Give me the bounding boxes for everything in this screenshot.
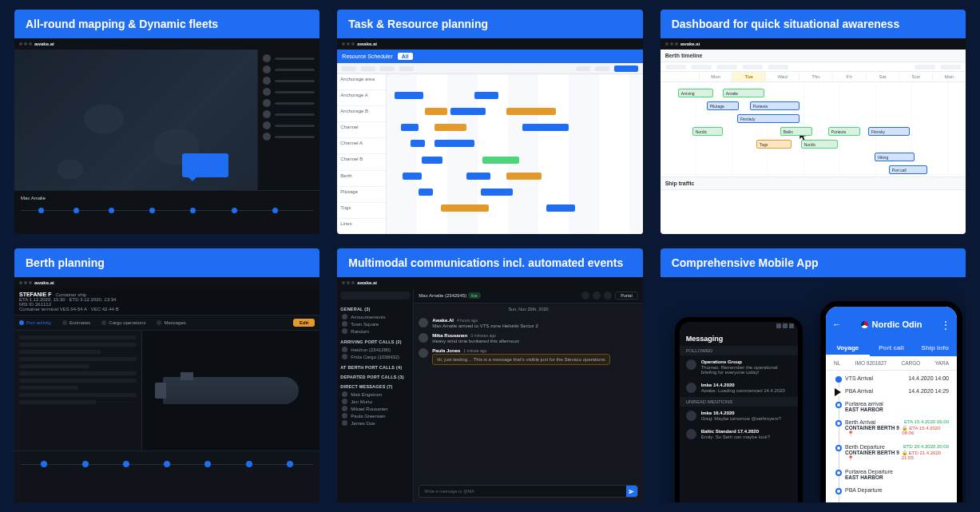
dm-item[interactable]: Jen Murto [340, 398, 410, 405]
gantt-task[interactable] [450, 108, 486, 115]
gantt-task[interactable] [506, 173, 542, 180]
toolbar-seg[interactable] [342, 66, 356, 71]
scheduler-gantt[interactable] [387, 74, 642, 234]
card-title: Berth planning [14, 248, 319, 277]
gantt-task[interactable] [419, 189, 433, 196]
edit-button[interactable]: Edit [293, 319, 315, 327]
section-general[interactable]: GENERAL (3) [340, 307, 410, 312]
voyage-event[interactable]: PBA Arrival14.4.2020 14:29 [845, 388, 949, 394]
message-thread[interactable]: Baltic Standard 17.4.2020Emily: So Seth … [680, 425, 798, 443]
kebab-menu-icon[interactable]: ⋮ [941, 320, 950, 331]
tab-ship-info[interactable]: Ship info [913, 341, 957, 356]
tab-voyage[interactable]: Voyage [826, 341, 870, 356]
tab-estimates[interactable]: Estimates [62, 319, 90, 327]
channel-item[interactable]: Random [340, 327, 410, 335]
map-canvas[interactable]: Max Amalie [14, 50, 319, 234]
section-arriving[interactable]: ARRIVING PORT CALLS (2) [340, 339, 410, 344]
topbar-btn[interactable] [581, 292, 589, 300]
timeline-node[interactable] [123, 461, 129, 467]
section-departed[interactable]: DEPARTED PORT CALLS (3) [340, 375, 410, 379]
gantt-task[interactable] [466, 173, 490, 180]
scheduler-row-labels: Anchorage areaAnchorage AAnchorage BChan… [337, 74, 387, 234]
berth-chip[interactable]: Finnlady [737, 114, 799, 123]
scheduler-view-all[interactable]: All [398, 53, 413, 60]
gantt-task[interactable] [434, 124, 466, 131]
voyage-event[interactable]: Portarea arrivalEAST HARBOR [845, 401, 949, 412]
berth-lanes[interactable]: ArrivingAmaliePilotagePortaviaFinnladyNo… [661, 82, 966, 177]
berth-chip[interactable]: Nordic [801, 140, 838, 149]
gantt-task[interactable] [482, 157, 519, 164]
gantt-task[interactable] [395, 92, 423, 99]
berth-chip[interactable]: Finnsky [868, 127, 910, 136]
berth-chip[interactable]: Nordic [692, 127, 723, 136]
gantt-task[interactable] [401, 124, 419, 131]
berth-chip[interactable]: Baltic [780, 127, 812, 136]
dm-item[interactable]: Mikael Rousanen [340, 405, 410, 412]
back-arrow-icon[interactable]: ← [832, 320, 841, 329]
portal-select[interactable]: Portal [615, 292, 637, 300]
dm-item[interactable]: James Doe [340, 419, 410, 427]
berth-chip[interactable]: Viking [875, 153, 915, 161]
message-thread[interactable]: Imke 16.4.2020Greg: Maybe tomorrow @seth… [680, 407, 798, 425]
dm-item[interactable]: Matt Engstrom [340, 391, 410, 398]
channel-item[interactable]: Frida Cargo (1038432) [340, 353, 410, 360]
tab-port-activity[interactable]: Port activity [19, 319, 51, 327]
berth-ship-diagram[interactable] [142, 331, 319, 450]
berth-chip[interactable]: Port call [889, 165, 927, 174]
voyage-event[interactable]: Berth ArrivalETA 15.4.2020 06:00CONTAINE… [845, 419, 949, 437]
gantt-task[interactable] [481, 189, 513, 196]
voyage-event[interactable]: VTS Arrival14.4.2020 14:00 [845, 375, 949, 381]
toolbar-primary-btn[interactable] [614, 65, 638, 72]
timeline-node[interactable] [287, 461, 293, 467]
map-timeline[interactable] [21, 210, 313, 232]
section-dm[interactable]: DIRECT MESSAGES (7) [340, 384, 410, 389]
chat-composer[interactable]: Write a message to @MA [419, 485, 637, 498]
gantt-task[interactable] [522, 124, 569, 131]
gantt-task[interactable] [506, 108, 556, 115]
channel-item[interactable]: Heidrun (2341280) [340, 346, 410, 353]
berth-chip[interactable]: Pilotage [707, 101, 739, 110]
tab-messages[interactable]: Messages [157, 319, 185, 327]
berth-timeline[interactable] [14, 450, 319, 479]
dm-item[interactable]: Paula Greensen [340, 412, 410, 419]
ship-traffic-title: Ship traffic [661, 177, 966, 190]
tab-cargo[interactable]: Cargo operations [101, 319, 145, 327]
scheduler-row-label: Tugs [337, 203, 386, 219]
search-input[interactable] [340, 292, 410, 300]
side-user-row[interactable] [263, 54, 315, 62]
gantt-task[interactable] [434, 140, 474, 147]
section-atberth[interactable]: AT BERTH PORT CALLS (4) [340, 365, 410, 370]
gantt-task[interactable] [474, 92, 498, 99]
voyage-timeline[interactable]: VTS Arrival14.4.2020 14:00PBA Arrival14.… [826, 371, 957, 502]
tab-port-call[interactable]: Port call [870, 341, 914, 356]
berth-chip[interactable]: Portavia [828, 127, 860, 136]
message-thread[interactable]: Operations GroupThomas: Remember the ope… [680, 355, 798, 379]
voyage-event[interactable]: Berth DepartureETD 20.4.2020 20:00CONTAI… [845, 444, 949, 462]
channel-item[interactable]: Town Square [340, 320, 410, 327]
gantt-task[interactable] [422, 157, 442, 164]
gantt-task[interactable] [546, 204, 575, 212]
message-thread[interactable]: Imke 14.4.2020Awake: Loading commenced 1… [680, 379, 798, 397]
timeline-node[interactable] [246, 461, 252, 467]
card-title: Multimodal communications incl. automate… [337, 248, 642, 277]
scheduler-row-label: Channel A [337, 138, 386, 154]
send-button[interactable] [626, 486, 637, 497]
berth-chip[interactable]: Arriving [678, 89, 713, 97]
timeline-node[interactable] [204, 461, 211, 467]
dashboard-day-header: MonTueWedThuFriSatSunMon [661, 72, 966, 82]
gantt-task[interactable] [441, 204, 489, 212]
vessel-popup[interactable] [182, 153, 228, 177]
channel-item[interactable]: Announcements [340, 313, 410, 320]
gantt-task[interactable] [403, 173, 422, 180]
scheduler-row-label: Anchorage A [337, 90, 386, 106]
timeline-node[interactable] [164, 461, 170, 467]
voyage-event[interactable]: Portarea DepartureEAST HARBOR [845, 469, 949, 480]
timeline-node[interactable] [41, 461, 47, 467]
berth-chip[interactable]: Amalie [723, 89, 764, 97]
berth-chip[interactable]: Portavia [750, 101, 799, 110]
gantt-task[interactable] [425, 108, 447, 115]
timeline-node[interactable] [82, 461, 89, 467]
berth-chip[interactable]: Tugs [756, 140, 792, 149]
voyage-event[interactable]: PBA Departure [845, 487, 949, 493]
gantt-task[interactable] [411, 140, 425, 147]
